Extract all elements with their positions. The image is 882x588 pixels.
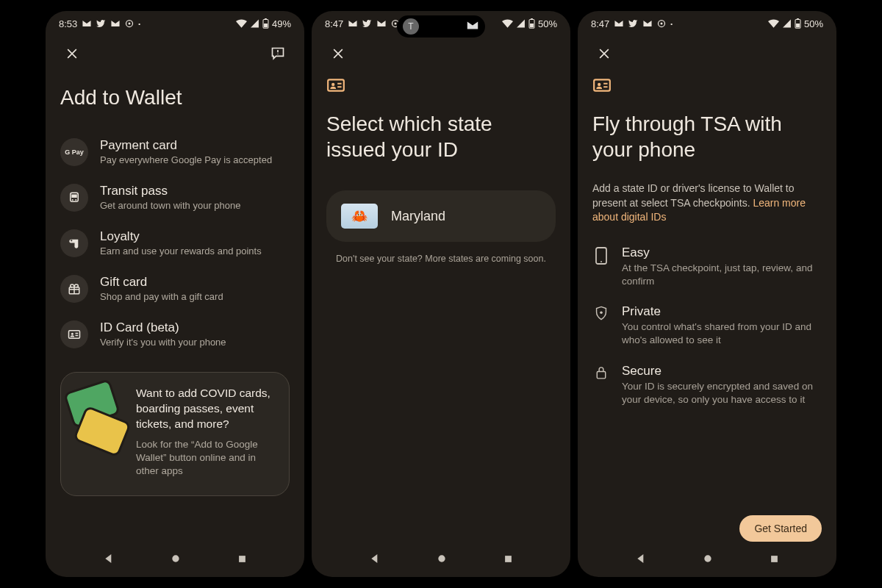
svg-point-9: [71, 240, 72, 241]
svg-point-30: [598, 83, 600, 86]
item-transit-pass[interactable]: Transit pass Get around town with your p…: [60, 175, 290, 220]
close-button[interactable]: [57, 39, 87, 68]
cta-row: Get Started: [578, 505, 836, 548]
page-title: Fly through TSA with your phone: [592, 111, 822, 162]
nav-back-icon[interactable]: [103, 553, 115, 567]
nav-home-icon[interactable]: [170, 553, 182, 567]
gmail-icon-2: [110, 20, 121, 27]
feature-title: Secure: [622, 364, 822, 379]
state-option-maryland[interactable]: 🦀 Maryland: [326, 190, 556, 242]
svg-point-8: [75, 199, 76, 201]
svg-rect-18: [531, 18, 533, 19]
notification-pill[interactable]: T: [397, 15, 485, 37]
page-title: Select which state issued your ID: [326, 111, 556, 162]
idcard-header-icon: [326, 76, 556, 98]
feedback-button[interactable]: [263, 39, 293, 68]
pill-avatar: T: [403, 18, 419, 35]
status-battery: 50%: [804, 18, 823, 29]
twitter-icon: [96, 20, 106, 28]
screen-select-state: 8:47 50% T Select which state issued you…: [312, 11, 570, 577]
shield-icon: [592, 306, 610, 320]
svg-rect-19: [530, 24, 534, 27]
item-title: Payment card: [100, 138, 272, 153]
battery-icon: [795, 18, 801, 29]
statusbar: 8:47 • 50%: [578, 11, 836, 36]
svg-point-32: [600, 261, 602, 262]
nav-recents-icon[interactable]: [237, 553, 248, 567]
svg-point-21: [331, 83, 334, 86]
target-icon: [125, 19, 134, 28]
screen-add-to-wallet: 8:53 • 49%: [46, 11, 304, 577]
svg-rect-34: [597, 371, 605, 378]
svg-rect-20: [328, 79, 344, 90]
svg-rect-23: [505, 556, 512, 562]
item-payment-card[interactable]: G Pay Payment card Pay everywhere Google…: [60, 129, 290, 175]
svg-rect-6: [71, 195, 77, 198]
svg-point-1: [129, 23, 131, 25]
item-id-card[interactable]: ID Card (beta) Verify it's you with your…: [60, 312, 290, 357]
item-subtitle: Verify it's you with your phone: [100, 337, 226, 348]
feature-subtitle: You control what's shared from your ID a…: [622, 320, 822, 347]
item-loyalty[interactable]: Loyalty Earn and use your rewards and po…: [60, 220, 290, 266]
twitter-icon: [362, 20, 372, 28]
idcard-icon: [60, 320, 88, 348]
dot-icon: •: [138, 21, 140, 27]
nav-home-icon[interactable]: [702, 553, 714, 567]
signal-icon: [516, 19, 526, 28]
appbar: [46, 36, 304, 71]
appbar: [312, 36, 570, 71]
gmail-icon-2: [642, 20, 653, 27]
feature-title: Easy: [622, 245, 822, 260]
svg-rect-3: [265, 18, 267, 19]
get-started-button[interactable]: Get Started: [739, 515, 822, 542]
nav-home-icon[interactable]: [436, 553, 448, 567]
page-title: Add to Wallet: [60, 85, 290, 110]
gmail-icon: [82, 20, 92, 27]
gmail-icon-2: [376, 20, 387, 27]
close-button[interactable]: [323, 39, 353, 68]
item-subtitle: Earn and use your rewards and points: [100, 245, 262, 257]
signal-icon: [250, 19, 259, 28]
gmail-icon: [614, 20, 624, 27]
navbar: [46, 548, 304, 577]
status-battery: 50%: [538, 18, 557, 29]
wifi-icon: [502, 19, 513, 28]
nav-recents-icon[interactable]: [503, 553, 514, 567]
svg-point-7: [72, 199, 74, 201]
item-title: Transit pass: [100, 184, 241, 198]
loyalty-icon: [60, 229, 88, 257]
promo-title: Want to add COVID cards, boarding passes…: [136, 386, 276, 432]
lock-icon: [592, 365, 610, 380]
dot-icon: •: [670, 21, 673, 27]
nav-back-icon[interactable]: [369, 553, 381, 567]
battery-icon: [262, 18, 269, 29]
item-subtitle: Get around town with your phone: [100, 200, 241, 211]
svg-point-33: [600, 312, 603, 315]
status-battery: 49%: [272, 18, 291, 29]
promo-card[interactable]: Want to add COVID cards, boarding passes…: [60, 372, 290, 496]
feature-private: Private You control what's shared from y…: [592, 304, 822, 347]
item-title: Loyalty: [100, 229, 262, 244]
item-gift-card[interactable]: Gift card Shop and pay with a gift card: [60, 266, 290, 312]
wifi-icon: [768, 19, 779, 28]
status-time: 8:47: [591, 18, 609, 29]
phone-icon: [592, 247, 610, 265]
svg-point-12: [71, 333, 74, 335]
promo-art: [74, 386, 126, 478]
item-title: ID Card (beta): [100, 320, 226, 335]
state-thumb: 🦀: [341, 204, 378, 229]
nav-recents-icon[interactable]: [769, 553, 780, 567]
gpay-icon: G Pay: [60, 138, 88, 166]
feature-title: Private: [622, 304, 822, 319]
close-button[interactable]: [589, 39, 619, 68]
svg-rect-4: [264, 24, 268, 27]
feature-easy: Easy At the TSA checkpoint, just tap, re…: [592, 245, 822, 288]
navbar: [578, 548, 836, 577]
nav-back-icon[interactable]: [635, 553, 647, 567]
feature-secure: Secure Your ID is securely encrypted and…: [592, 364, 822, 406]
svg-rect-28: [796, 24, 800, 27]
gmail-icon: [348, 20, 358, 27]
signal-icon: [782, 19, 792, 28]
idcard-header-icon: [592, 76, 822, 98]
status-time: 8:47: [325, 18, 343, 29]
